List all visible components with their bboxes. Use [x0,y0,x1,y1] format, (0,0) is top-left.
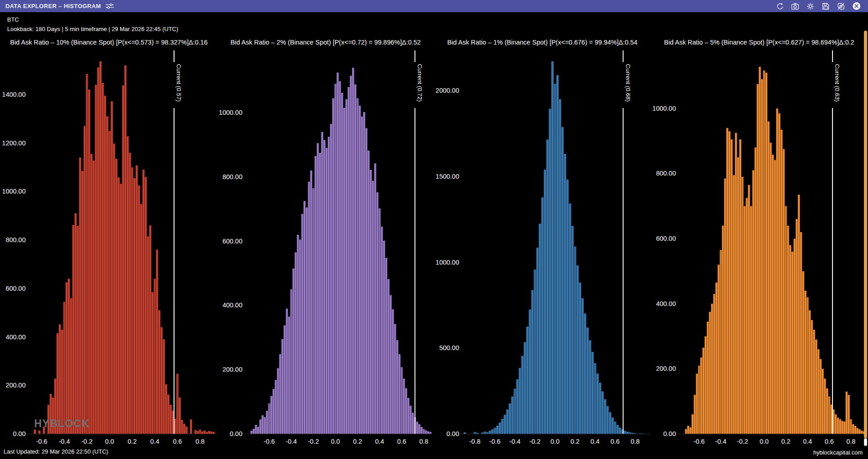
histogram-bar [79,158,81,434]
histogram-bar [345,99,348,434]
histogram-bar [418,424,421,434]
y-tick-label: 0.00 [663,430,676,437]
histogram-bar [308,182,310,434]
x-tick-label: 0.6 [397,438,406,445]
export-icon[interactable] [837,2,845,10]
scrollbar-track-end [864,438,867,446]
chart-title: Bid Ask Ratio – 10% (Binance Spot) [P(x<… [0,39,217,49]
chart-title: Bid Ask Ratio – 2% (Binance Spot) [P(x<=… [217,39,434,49]
histogram-bar [194,430,197,434]
histogram-bar [631,433,634,434]
histogram-bar [629,432,631,434]
histogram-bar [748,185,750,434]
histogram-bar [133,178,135,434]
histogram-bar [409,405,412,434]
current-label-backdrop [622,62,624,108]
histogram-bar [358,106,361,434]
x-tick-label: -0.2 [308,438,319,445]
histogram-bar [759,67,761,434]
histogram-bar [791,252,793,434]
histogram-bar [158,310,161,434]
settings-icon[interactable] [806,2,814,10]
histogram-bar [626,432,629,434]
histogram-bar [310,171,312,434]
x-tick-label: 0.8 [631,438,640,445]
histogram-bar [483,432,486,434]
y-tick-label: 0.00 [447,430,459,437]
histogram-bar [529,309,532,434]
x-tick-label: -0.4 [509,438,520,445]
histogram-bar [778,113,780,434]
histogram-bar [756,84,759,434]
histogram-bar [374,163,376,434]
x-tick-label: 0.4 [375,438,384,445]
histogram-bar [713,294,716,434]
histogram-bar [163,339,165,434]
histogram-bar [476,433,479,434]
histogram-bar [839,419,841,434]
histogram-bar [689,428,692,434]
save-icon[interactable] [822,2,830,10]
chart-panel-bid-ask-1: Bid Ask Ratio – 1% (Binance Spot) [P(x<=… [434,39,651,448]
histogram-bar [115,159,117,434]
histogram-bar [332,98,335,434]
histogram-bar [38,430,40,434]
x-tick-label: -0.4 [58,438,70,445]
histogram-bar [273,389,275,434]
camera-icon[interactable] [791,2,799,10]
histogram-bar [170,405,172,434]
y-axis: 0.00200.00400.00600.00800.001000.00 [653,105,676,437]
histogram-bar [546,140,549,434]
close-icon[interactable] [852,2,861,10]
histogram-bar [34,429,36,434]
histogram-bar [694,395,696,434]
histogram-bar [793,238,796,434]
histogram-bar [817,349,819,434]
histogram-bar [561,127,564,434]
refresh-icon[interactable] [776,2,784,10]
y-tick-label: 1000.00 [653,105,676,112]
histogram-bar [405,388,407,434]
histogram-bar [596,374,599,434]
histogram-svg: 0.00200.00400.00600.00800.001000.001200.… [0,49,217,448]
scrollbar-thumb[interactable] [864,31,867,438]
histogram-bar [343,108,345,434]
histogram-bar [739,140,742,434]
histogram-bar [352,68,354,434]
sliders-icon[interactable] [105,3,114,9]
histogram-bar [299,239,301,434]
histogram-bar [140,204,143,434]
histogram-bar [203,430,206,434]
histogram-bar [425,430,427,434]
histogram-bar [259,419,261,434]
histogram-bar [97,67,99,434]
histogram-bar [776,108,779,434]
histogram-bar [129,153,131,434]
histogram-bar [251,431,253,434]
histogram-bar [523,342,526,434]
last-updated-label: Last Updated: 29 Mar 2026 22:50 (UTC) [4,448,108,455]
histogram-bar [421,427,423,434]
histogram-bar [376,192,379,434]
histogram-bar [381,227,383,434]
bars [251,68,432,434]
y-tick-label: 200.00 [6,382,26,389]
x-tick-label: -0.2 [81,438,93,445]
histogram-bar [824,378,826,434]
histogram-bar [90,154,93,434]
histogram-bar [800,232,802,434]
histogram-bar [77,226,79,434]
site-link[interactable]: hyblockcapital.com [813,449,863,456]
histogram-bar [292,268,295,434]
histogram-bar [339,81,341,434]
y-tick-label: 0.00 [13,430,26,437]
histogram-bar [798,194,800,434]
chart-panel-bid-ask-10: Bid Ask Ratio – 10% (Binance Spot) [P(x<… [0,39,217,448]
histogram-bar [526,327,529,434]
histogram-bar [72,225,75,434]
histogram-bar [167,395,170,434]
histogram-bar [819,359,822,434]
histogram-bar [398,354,401,434]
histogram-bar [208,431,210,434]
histogram-bar [264,417,266,434]
